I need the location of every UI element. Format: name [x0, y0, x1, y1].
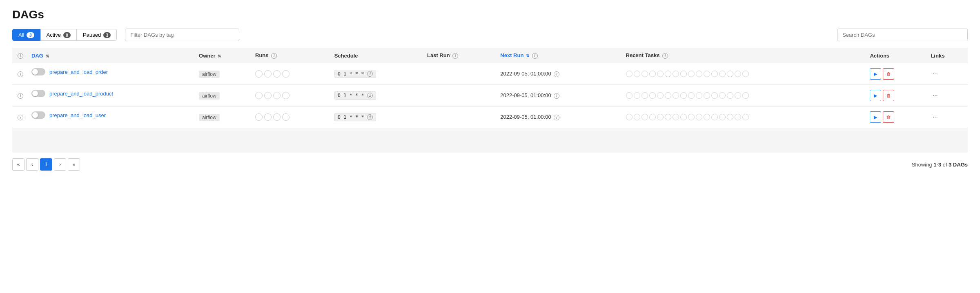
page-last-button[interactable]: » — [68, 158, 80, 171]
filter-active-button[interactable]: Active 0 — [40, 29, 77, 41]
dag-toggle[interactable] — [31, 68, 45, 75]
pagination: « ‹ 1 › » — [12, 158, 80, 171]
dag-sort-icon[interactable]: ⇅ — [46, 54, 49, 58]
recenttasks-cell — [622, 85, 866, 107]
nextrun-row-info-icon[interactable]: i — [554, 115, 559, 120]
task-circle — [735, 71, 741, 77]
run-circle — [264, 92, 272, 99]
schedule-cell: 0 1 * * * i — [330, 107, 423, 128]
task-circle — [735, 92, 741, 99]
page-next-button[interactable]: › — [54, 158, 66, 171]
showing-range: 1-3 — [933, 162, 941, 168]
task-circle — [641, 114, 648, 120]
delete-button[interactable]: 🗑 — [883, 111, 894, 123]
run-circle — [255, 92, 263, 99]
task-circle — [673, 114, 679, 120]
task-circle — [696, 114, 702, 120]
page-prev-button[interactable]: ‹ — [26, 158, 38, 171]
schedule-info-icon[interactable]: i — [367, 71, 373, 77]
delete-button[interactable]: 🗑 — [883, 90, 894, 101]
row-info-icon[interactable]: i — [18, 71, 23, 77]
schedule-info-icon[interactable]: i — [367, 114, 373, 120]
table-footer: « ‹ 1 › » Showing 1-3 of 3 DAGs — [12, 153, 968, 171]
task-circle — [665, 92, 671, 99]
task-circle — [688, 71, 695, 77]
more-links-button[interactable]: ··· — [931, 113, 939, 121]
filter-all-button[interactable]: All 3 — [12, 29, 40, 41]
filter-paused-button[interactable]: Paused 3 — [77, 29, 117, 41]
task-circle — [719, 71, 726, 77]
recenttasks-cell — [622, 63, 866, 85]
row-info-icon[interactable]: i — [18, 93, 23, 99]
run-button[interactable]: ▶ — [870, 90, 881, 101]
schedule-cell: 0 1 * * * i — [330, 85, 423, 107]
page-1-button[interactable]: 1 — [40, 158, 52, 171]
row-info-cell: i — [12, 63, 27, 85]
more-links-button[interactable]: ··· — [931, 70, 939, 78]
dag-name-link[interactable]: prepare_and_load_user — [49, 112, 106, 118]
filter-all-label: All — [18, 32, 24, 38]
schedule-info-icon[interactable]: i — [367, 93, 373, 98]
schedule-badge: 0 1 * * * i — [334, 113, 376, 121]
nextrun-row-info-icon[interactable]: i — [554, 93, 559, 99]
task-circle — [649, 71, 656, 77]
col-lastrun-label: Last Run — [427, 52, 450, 58]
page-title: DAGs — [12, 8, 968, 21]
col-recenttasks-header: Recent Tasks i — [622, 48, 866, 63]
runs-cell — [251, 107, 330, 128]
nextrun-cell: 2022-09-05, 01:00:00 i — [496, 85, 621, 107]
nextrun-info-icon[interactable]: i — [532, 53, 538, 59]
runs-info-icon[interactable]: i — [271, 53, 277, 59]
col-recenttasks-label: Recent Tasks — [626, 52, 660, 58]
run-circle — [273, 70, 281, 78]
table-row: i prepare_and_load_productairflow0 1 * *… — [12, 85, 968, 107]
row-info-icon[interactable]: i — [18, 115, 23, 120]
lastrun-info-icon[interactable]: i — [452, 53, 458, 59]
actions-group: ▶ 🗑 — [870, 111, 922, 123]
recenttasks-info-icon[interactable]: i — [662, 53, 668, 59]
run-circle — [273, 113, 281, 121]
run-button[interactable]: ▶ — [870, 68, 881, 80]
page-first-button[interactable]: « — [12, 158, 24, 171]
delete-button[interactable]: 🗑 — [883, 68, 894, 80]
filter-all-badge: 3 — [27, 32, 34, 38]
run-circle — [282, 70, 290, 78]
col-info-icon[interactable]: i — [18, 53, 23, 59]
run-button[interactable]: ▶ — [870, 111, 881, 123]
task-circle — [680, 71, 687, 77]
dag-name-link[interactable]: prepare_and_load_product — [49, 91, 113, 97]
task-circle — [634, 71, 640, 77]
dags-table: i DAG ⇅ Owner ⇅ Runs i Schedule — [12, 48, 968, 128]
run-circle — [273, 92, 281, 99]
col-links-label: Links — [931, 53, 944, 59]
run-circle — [264, 113, 272, 121]
page-container: DAGs All 3 Active 0 Paused 3 i — [0, 0, 980, 179]
owner-sort-icon[interactable]: ⇅ — [218, 54, 221, 58]
runs-cell — [251, 63, 330, 85]
task-circle — [719, 114, 726, 120]
nextrun-sort-icon[interactable]: ⇅ — [526, 53, 529, 58]
col-schedule-label: Schedule — [334, 53, 358, 59]
nextrun-value: 2022-09-05, 01:00:00 — [500, 114, 551, 120]
filter-group: All 3 Active 0 Paused 3 — [12, 29, 117, 41]
more-links-button[interactable]: ··· — [931, 92, 939, 99]
tag-filter-input[interactable] — [125, 29, 239, 41]
run-circle — [282, 113, 290, 121]
search-input[interactable] — [837, 29, 968, 41]
col-owner-label: Owner — [199, 53, 215, 59]
task-circle — [727, 114, 733, 120]
row-info-cell: i — [12, 85, 27, 107]
dag-toggle[interactable] — [31, 90, 45, 97]
dag-name-link[interactable]: prepare_and_load_order — [49, 69, 108, 75]
col-actions-label: Actions — [870, 53, 889, 59]
filter-paused-badge: 3 — [103, 32, 111, 38]
nextrun-row-info-icon[interactable]: i — [554, 71, 559, 77]
dag-toggle[interactable] — [31, 111, 45, 119]
lastrun-cell — [423, 63, 496, 85]
recenttasks-cell — [622, 107, 866, 128]
task-circle — [641, 71, 648, 77]
owner-badge: airflow — [199, 71, 220, 78]
task-circle — [711, 92, 718, 99]
task-circle — [641, 92, 648, 99]
task-circle — [704, 71, 710, 77]
